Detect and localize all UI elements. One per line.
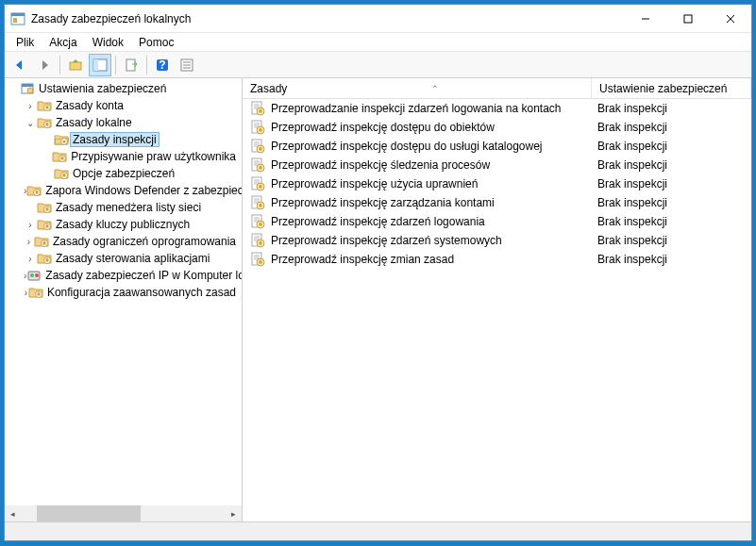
app-icon xyxy=(10,11,25,26)
expand-icon[interactable]: › xyxy=(24,220,37,230)
tree-item[interactable]: ›Konfiguracja zaawansowanych zasad xyxy=(5,284,242,301)
tree-item[interactable]: Przypisywanie praw użytkownika xyxy=(5,148,242,165)
sort-indicator-icon: ⌃ xyxy=(287,84,583,93)
expand-icon[interactable]: ⌄ xyxy=(24,118,37,128)
folder-icon xyxy=(54,166,69,181)
tree-item[interactable]: ⌄Zasady lokalne xyxy=(5,114,242,131)
expand-icon[interactable]: › xyxy=(24,101,37,111)
list-row[interactable]: Przeprowadź inspekcję użycia uprawnieńBr… xyxy=(243,174,751,193)
up-button[interactable] xyxy=(64,54,87,76)
tree-root-label: Ustawienia zabezpieczeń xyxy=(37,82,168,95)
tree-item[interactable]: ›Zasady konta xyxy=(5,97,242,114)
svg-rect-25 xyxy=(63,141,66,143)
scroll-right-arrow[interactable]: ▸ xyxy=(226,505,242,521)
tree-item[interactable]: ›Zasady kluczy publicznych xyxy=(5,216,242,233)
policy-setting: Brak inspekcji xyxy=(590,121,751,134)
tree-item[interactable]: ›Zasady sterowania aplikacjami xyxy=(5,250,242,267)
folder-icon xyxy=(52,149,67,164)
folder-icon xyxy=(37,98,52,113)
svg-rect-1 xyxy=(11,13,25,16)
tree-item[interactable]: ›Zasady zabezpieczeń IP w Komputer lokal… xyxy=(5,267,242,284)
tree-item-label: Zasady inspekcji xyxy=(71,133,159,146)
svg-text:?: ? xyxy=(159,58,165,72)
policy-setting: Brak inspekcji xyxy=(590,196,751,209)
expand-icon[interactable]: › xyxy=(24,254,37,264)
policy-icon xyxy=(250,176,265,191)
forward-button[interactable] xyxy=(33,54,56,76)
close-button[interactable] xyxy=(709,5,751,32)
list-row[interactable]: Przeprowadź inspekcję śledzenia procesów… xyxy=(243,156,751,174)
list-row[interactable]: Przeprowadź inspekcję dostępu do usługi … xyxy=(243,137,751,156)
menu-help[interactable]: Pomoc xyxy=(131,34,181,51)
folder-icon xyxy=(28,285,43,300)
list-header: Zasady ⌃ Ustawienie zabezpieczeń xyxy=(243,78,751,99)
policy-name: Przeprowadź inspekcję użycia uprawnień xyxy=(269,177,590,190)
svg-rect-33 xyxy=(46,208,49,211)
tree-item[interactable]: Zasady inspekcji xyxy=(5,131,242,148)
menu-view[interactable]: Widok xyxy=(85,34,131,51)
svg-rect-98 xyxy=(260,261,262,264)
list-row[interactable]: Przeprowadź inspekcję zmian zasadBrak in… xyxy=(243,250,751,269)
list-pane[interactable]: Zasady ⌃ Ustawienie zabezpieczeń Przepro… xyxy=(243,78,751,521)
tree-item-label: Zasady menedżera listy sieci xyxy=(54,201,203,214)
tree-item[interactable]: ›Zasady ograniczeń oprogramowania xyxy=(5,233,242,250)
folder-icon xyxy=(37,200,52,215)
folder-icon xyxy=(37,217,52,232)
tree-item-label: Zasady kluczy publicznych xyxy=(54,218,192,231)
minimize-button[interactable] xyxy=(624,5,666,32)
scroll-left-arrow[interactable]: ◂ xyxy=(5,505,21,521)
svg-rect-7 xyxy=(70,62,81,70)
column-header-setting[interactable]: Ustawienie zabezpieczeń xyxy=(592,78,751,98)
policy-icon xyxy=(250,120,265,135)
svg-rect-27 xyxy=(61,157,64,160)
back-button[interactable] xyxy=(8,54,31,76)
list-row[interactable]: Przeprowadź inspekcję zdarzeń systemowyc… xyxy=(243,231,751,250)
tree-item[interactable]: Opcje zabezpieczeń xyxy=(5,165,242,182)
app-window: Zasady zabezpieczeń lokalnych Plik Akcja… xyxy=(4,4,752,541)
policy-name: Przeprowadź inspekcję zmian zasad xyxy=(269,253,590,266)
svg-rect-2 xyxy=(13,18,17,23)
help-button[interactable]: ? xyxy=(151,54,174,76)
svg-rect-18 xyxy=(22,84,33,87)
scroll-thumb[interactable] xyxy=(37,505,141,521)
folder-icon xyxy=(37,251,52,266)
show-tree-button[interactable] xyxy=(89,54,111,76)
tree-item-label: Konfiguracja zaawansowanych zasad xyxy=(45,286,238,299)
list-row[interactable]: Przeprowadź inspekcję zarządzania kontam… xyxy=(243,193,751,212)
svg-rect-44 xyxy=(37,293,40,296)
policy-setting: Brak inspekcji xyxy=(590,140,751,153)
svg-rect-35 xyxy=(46,225,49,228)
tree-item-label: Zasady lokalne xyxy=(54,116,134,129)
maximize-button[interactable] xyxy=(666,5,709,32)
tree-item-label: Przypisywanie praw użytkownika xyxy=(69,150,238,163)
list-row[interactable]: Przeprowadź inspekcję dostępu do obiektó… xyxy=(243,118,751,137)
svg-rect-10 xyxy=(126,59,135,71)
properties-button[interactable] xyxy=(176,54,198,76)
policy-setting: Brak inspekcji xyxy=(590,102,751,115)
tree-pane[interactable]: Ustawienia zabezpieczeń ›Zasady konta⌄Za… xyxy=(5,78,243,521)
toolbar: ? xyxy=(5,52,751,78)
export-button[interactable] xyxy=(120,54,143,76)
svg-rect-74 xyxy=(260,186,262,189)
tree-root[interactable]: Ustawienia zabezpieczeń xyxy=(5,80,242,97)
svg-rect-9 xyxy=(93,59,98,71)
statusbar xyxy=(5,521,751,540)
folder-icon xyxy=(54,132,69,147)
menu-action[interactable]: Akcja xyxy=(42,34,84,51)
svg-rect-29 xyxy=(63,174,66,177)
menu-file[interactable]: Plik xyxy=(8,34,42,51)
tree-item[interactable]: Zasady menedżera listy sieci xyxy=(5,199,242,216)
policy-icon xyxy=(250,252,265,267)
policy-setting: Brak inspekcji xyxy=(590,253,751,266)
expand-icon[interactable]: › xyxy=(24,237,34,247)
titlebar[interactable]: Zasady zabezpieczeń lokalnych xyxy=(5,5,751,33)
tree-item[interactable]: ›Zapora Windows Defender z zabezpieczeni… xyxy=(5,182,242,199)
svg-rect-86 xyxy=(260,223,262,226)
list-row[interactable]: Przeprowadź inspekcję zdarzeń logowaniaB… xyxy=(243,212,751,231)
list-row[interactable]: Przeprowadzanie inspekcji zdarzeń logowa… xyxy=(243,99,751,118)
tree-item-label: Opcje zabezpieczeń xyxy=(71,167,176,180)
horizontal-scrollbar[interactable]: ◂ ▸ xyxy=(5,505,242,521)
policy-icon xyxy=(250,214,265,229)
column-header-name[interactable]: Zasady ⌃ xyxy=(243,78,592,98)
policy-name: Przeprowadź inspekcję dostępu do obiektó… xyxy=(269,121,590,134)
